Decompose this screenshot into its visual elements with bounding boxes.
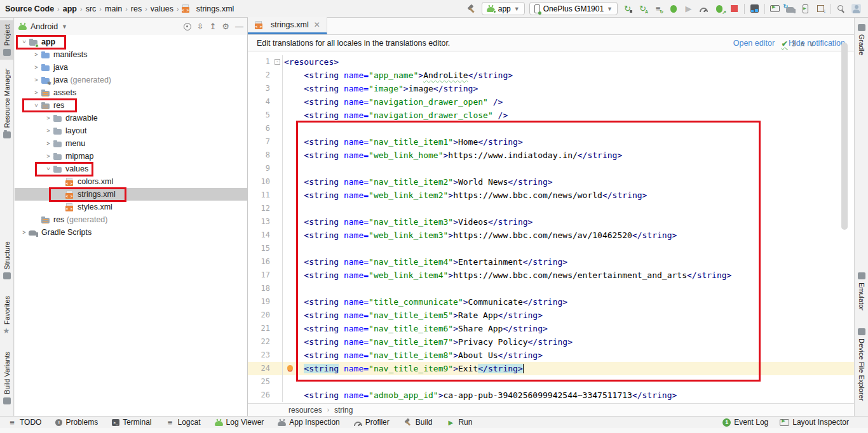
- chevron-collapsed-icon[interactable]: >: [32, 51, 41, 58]
- apply-changes-icon[interactable]: ↻: [622, 3, 633, 14]
- running-devices-icon[interactable]: [770, 3, 780, 14]
- user-avatar[interactable]: [851, 3, 862, 14]
- code-line[interactable]: 12: [248, 202, 854, 215]
- code-line[interactable]: 20 <string name="nav_title_item5">Rate A…: [248, 309, 854, 322]
- chevron-collapsed-icon[interactable]: >: [32, 90, 41, 96]
- tree-node-res[interactable]: >res: [15, 99, 247, 112]
- tree-node-menu[interactable]: >menu: [15, 137, 247, 150]
- sidebar-item-project[interactable]: Project: [0, 20, 13, 60]
- code-line[interactable]: 2 <string name="app_name">AndroLite</str…: [248, 69, 854, 82]
- breadcrumb-resources[interactable]: resources: [288, 406, 322, 415]
- tree-node-assets[interactable]: >assets: [15, 86, 247, 99]
- sidebar-item-build-variants[interactable]: Build Variants: [0, 348, 13, 408]
- code-line[interactable]: 26 <string name="admob_app_id">ca-app-pu…: [248, 389, 854, 402]
- fold-marker-icon[interactable]: -: [275, 59, 280, 65]
- chevron-collapsed-icon[interactable]: >: [20, 229, 29, 236]
- tool-button-terminal[interactable]: >_Terminal: [112, 418, 151, 427]
- tool-button-profiler[interactable]: Profiler: [354, 418, 390, 427]
- tool-button-event-log[interactable]: 1Event Log: [722, 418, 768, 427]
- tool-button-build[interactable]: Build: [403, 418, 433, 427]
- tree-node-styles-xml[interactable]: styles.xml: [15, 201, 247, 213]
- code-line[interactable]: 4 <string name="navigation_drawer_open" …: [248, 95, 854, 109]
- code-line[interactable]: 19 <string name="title_communicate">Comm…: [248, 295, 854, 309]
- chevron-expanded-icon[interactable]: >: [33, 101, 39, 110]
- tree-node-colors-xml[interactable]: colors.xml: [15, 175, 247, 188]
- code-line[interactable]: 10 <string name="nav_title_item2">World …: [248, 175, 854, 189]
- tree-node-res[interactable]: res (generated): [15, 213, 247, 226]
- run-config-selector[interactable]: app ▼: [482, 2, 525, 15]
- tool-button-run[interactable]: ▶Run: [446, 418, 472, 427]
- chevron-collapsed-icon[interactable]: >: [44, 115, 53, 121]
- code-line[interactable]: 17 <string name="web_link_item4">https:/…: [248, 269, 854, 282]
- breadcrumb-item[interactable]: main: [104, 4, 123, 13]
- code-line[interactable]: 23 <string name="nav_title_item8">About …: [248, 349, 854, 362]
- chevron-down-icon[interactable]: ▼: [62, 23, 67, 30]
- chevron-collapsed-icon[interactable]: >: [44, 153, 53, 159]
- breadcrumb-item[interactable]: res: [130, 4, 143, 13]
- code-line[interactable]: 13 <string name="nav_title_item3">Videos…: [248, 215, 854, 229]
- code-line[interactable]: 15: [248, 242, 854, 255]
- tree-node-java[interactable]: >java: [15, 61, 247, 74]
- code-line[interactable]: 5 <string name="navigation_drawer_close"…: [248, 109, 854, 122]
- attach-debugger-icon[interactable]: ↗: [714, 3, 724, 14]
- tool-button-app-inspection[interactable]: App Inspection: [278, 418, 339, 427]
- prev-problem-icon[interactable]: ∧: [799, 39, 805, 48]
- sidebar-item-gradle[interactable]: Gradle: [855, 20, 868, 59]
- tool-button-layout-inspector[interactable]: Layout Inspector: [780, 418, 849, 427]
- profile-icon[interactable]: ▶: [683, 3, 694, 14]
- expand-all-icon[interactable]: ⇳: [197, 22, 204, 31]
- device-selector[interactable]: OnePlus GM1901 ▼: [529, 2, 618, 15]
- code-editor[interactable]: 1-<resources>2 <string name="app_name">A…: [248, 52, 854, 403]
- code-line[interactable]: 6: [248, 122, 854, 135]
- code-line[interactable]: 25: [248, 375, 854, 389]
- tree-node-drawable[interactable]: >drawable: [15, 112, 247, 124]
- code-line[interactable]: 16 <string name="nav_title_item4">Entert…: [248, 255, 854, 269]
- code-line[interactable]: 8 <string name="web_link_home">https://w…: [248, 149, 854, 162]
- sidebar-item-structure[interactable]: Structure: [0, 237, 13, 284]
- sidebar-item-device-file-explorer[interactable]: Device File Explorer: [855, 324, 868, 404]
- sidebar-item-emulator[interactable]: Emulator: [855, 269, 868, 314]
- chevron-collapsed-icon[interactable]: >: [32, 64, 41, 70]
- run-tasks-icon[interactable]: ≡↻: [653, 3, 663, 14]
- inspections-widget[interactable]: ✔ 3 ∧ ∨: [782, 39, 815, 48]
- tool-button-todo[interactable]: TODO: [8, 418, 41, 427]
- tool-button-log-viewer[interactable]: Log Viewer: [215, 418, 264, 427]
- search-icon[interactable]: [836, 3, 846, 14]
- build-hammer-icon[interactable]: [466, 3, 477, 14]
- next-problem-icon[interactable]: ∨: [809, 39, 815, 48]
- tree-node-strings-xml[interactable]: strings.xml: [15, 188, 247, 201]
- vertical-scrollbar[interactable]: [841, 43, 848, 230]
- tree-node-gradle-scripts[interactable]: >Gradle Scripts: [15, 226, 247, 239]
- open-editor-link[interactable]: Open editor: [733, 39, 775, 48]
- code-line[interactable]: 22 <string name="nav_title_item7">Privac…: [248, 335, 854, 349]
- breadcrumb-item[interactable]: src: [85, 4, 98, 13]
- tree-node-java[interactable]: >✱java (generated): [15, 74, 247, 86]
- sdk-manager-icon[interactable]: [815, 3, 826, 14]
- code-line[interactable]: 1-<resources>: [248, 55, 854, 69]
- code-line[interactable]: 14 <string name="web_link_item3">https:/…: [248, 229, 854, 242]
- tree-node-mipmap[interactable]: >mipmap: [15, 150, 247, 163]
- project-view-selector[interactable]: Android: [31, 22, 58, 31]
- breadcrumb-item[interactable]: values: [149, 4, 175, 13]
- breadcrumb-item[interactable]: strings.xml: [195, 4, 236, 13]
- tool-button-problems[interactable]: !Problems: [55, 418, 98, 427]
- locate-file-icon[interactable]: [184, 23, 191, 30]
- tree-node-app[interactable]: >app: [15, 36, 247, 48]
- code-line[interactable]: 11 <string name="web_link_item2">https:/…: [248, 189, 854, 202]
- sidebar-item-favorites[interactable]: Favorites: [0, 292, 13, 338]
- collapse-all-icon[interactable]: ↥: [209, 22, 216, 31]
- close-icon[interactable]: ✕: [314, 20, 320, 29]
- project-structure-icon[interactable]: [749, 3, 760, 14]
- breadcrumb-string[interactable]: string: [334, 406, 353, 415]
- avd-manager-icon[interactable]: [800, 3, 811, 14]
- stop-icon[interactable]: [729, 3, 740, 14]
- code-line[interactable]: 24 <string name="nav_title_item9">Exit</…: [248, 362, 854, 375]
- code-line[interactable]: 3 <string name="image">image</string>: [248, 82, 854, 95]
- tool-button-logcat[interactable]: Logcat: [166, 418, 201, 427]
- chevron-expanded-icon[interactable]: >: [45, 164, 51, 173]
- tree-node-layout[interactable]: >layout: [15, 124, 247, 137]
- code-line[interactable]: 9: [248, 162, 854, 175]
- apply-code-changes-icon[interactable]: ↻A: [637, 3, 648, 14]
- gradle-sync-icon[interactable]: ↻: [785, 3, 796, 14]
- code-line[interactable]: 21 <string name="nav_title_item6">Share …: [248, 322, 854, 335]
